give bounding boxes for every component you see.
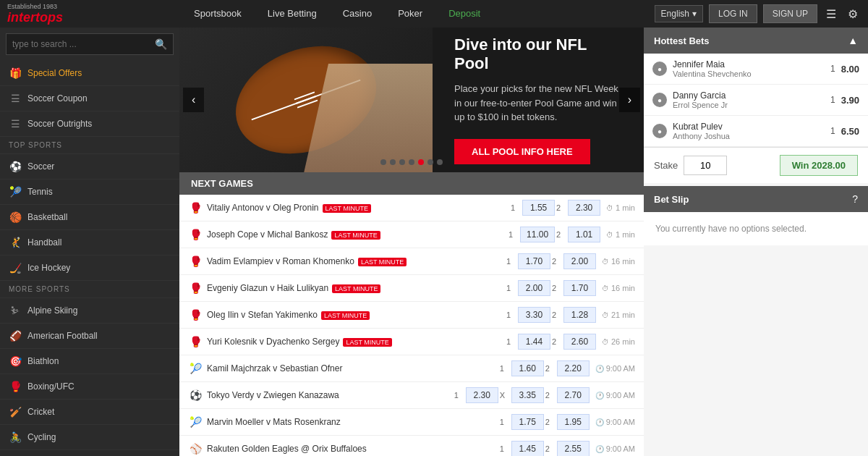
login-button[interactable]: LOG IN	[709, 4, 757, 23]
banner-next-arrow[interactable]: ›	[619, 88, 640, 112]
odd-btn-1[interactable]: 11.00	[520, 227, 555, 242]
odd-btn-1[interactable]: 2.00	[518, 280, 550, 296]
odd-group-1: 1 2.00	[506, 280, 550, 296]
odd-btn-2[interactable]: 2.30	[568, 200, 600, 216]
sidebar-item-ice-hockey[interactable]: 🏒Ice Hockey	[0, 256, 179, 281]
game-time: ⏱ 1 min	[606, 230, 635, 239]
odd-btn-1[interactable]: 2.30	[466, 387, 498, 403]
sidebar-item-cricket[interactable]: 🏏Cricket	[0, 400, 179, 425]
stake-label: Stake	[654, 160, 678, 171]
sidebar-item-special-offers[interactable]: 🎁 Special Offers	[0, 61, 179, 86]
nav-link-live-betting[interactable]: Live Betting	[255, 0, 330, 28]
stake-input[interactable]	[684, 156, 727, 175]
odd-btn-1[interactable]: 1.60	[511, 360, 544, 376]
sport-icon: 🏒	[9, 262, 22, 274]
banner: ‹ Dive into our NFL Pool Place your pick…	[179, 28, 644, 172]
odd-btn-1[interactable]: 1.75	[511, 414, 544, 430]
odd-btn-2[interactable]: 2.00	[563, 253, 596, 269]
banner-title: Dive into our NFL Pool	[454, 35, 622, 73]
odd-group-2: 2 2.00	[552, 253, 596, 269]
time-icon: ⏱	[602, 258, 609, 266]
language-button[interactable]: English ▾	[655, 5, 703, 22]
sport-icon: ⛷	[9, 305, 22, 316]
sidebar-item-soccer[interactable]: ⚽Soccer	[0, 154, 179, 180]
banner-dot-3[interactable]	[409, 159, 414, 165]
odd-btn-1[interactable]: 3.30	[518, 307, 550, 323]
odd-btn-1[interactable]: 1.70	[518, 253, 550, 269]
game-odds: 1 11.00 2 1.01	[509, 227, 600, 242]
sidebar-item-soccer-outrights[interactable]: ☰Soccer Outrights	[0, 111, 179, 137]
odd-group-x: X 3.35	[500, 387, 544, 403]
hot-bet-row: ● Jennifer Maia Valentina Shevchenko 1 8…	[644, 54, 868, 85]
odd-label-1: 1	[500, 364, 509, 373]
nav-link-casino[interactable]: Casino	[330, 0, 385, 28]
sport-label: Ice Hockey	[27, 263, 70, 273]
odd-btn-2[interactable]: 1.01	[568, 227, 600, 242]
banner-dot-2[interactable]	[399, 159, 405, 165]
banner-dots	[380, 159, 443, 165]
last-minute-badge: LAST MINUTE	[323, 204, 371, 213]
nav-link-deposit[interactable]: Deposit	[435, 0, 493, 28]
odd-btn-2[interactable]: 1.95	[557, 414, 590, 430]
odd-label-1: 1	[500, 418, 509, 426]
banner-cta-button[interactable]: ALL POOL INFO HERE	[454, 139, 590, 164]
sidebar-item-basketball[interactable]: 🏀Basketball	[0, 205, 179, 230]
sport-label: Soccer	[27, 161, 54, 172]
bet-num: 1	[830, 126, 835, 136]
sport-label: Cricket	[27, 407, 54, 417]
banner-dot-0[interactable]	[380, 159, 386, 165]
sidebar-item-boxing/ufc[interactable]: 🥊Boxing/UFC	[0, 374, 179, 400]
banner-dot-6[interactable]	[437, 159, 443, 165]
signup-button[interactable]: SIGN UP	[763, 4, 817, 23]
bet-player1: Danny Garcia	[673, 90, 825, 101]
odd-btn-2[interactable]: 2.70	[557, 387, 590, 403]
banner-dot-1[interactable]	[390, 159, 396, 165]
sidebar-item-american-football[interactable]: 🏈American Football	[0, 324, 179, 349]
search-input[interactable]	[7, 35, 149, 54]
odd-btn-2[interactable]: 2.60	[563, 334, 596, 350]
sport-icon: 🎾	[9, 186, 22, 198]
nav-link-poker[interactable]: Poker	[385, 0, 435, 28]
odd-label-2: 2	[545, 391, 554, 400]
odd-group-2: 2 2.20	[545, 360, 590, 376]
sport-icon: ⚽	[9, 161, 22, 172]
menu-icon[interactable]: ☰	[823, 4, 839, 24]
odd-btn-1[interactable]: 1.45	[511, 441, 544, 456]
sidebar-item-darts[interactable]: 🎯Darts	[0, 450, 179, 456]
odd-label-2: 2	[545, 364, 554, 373]
nav-link-sportsbook[interactable]: Sportsbook	[181, 0, 255, 28]
bet-names: Danny Garcia Errol Spence Jr	[673, 90, 825, 109]
banner-dot-5[interactable]	[427, 159, 433, 165]
odd-btn-2[interactable]: 2.20	[557, 360, 590, 376]
bet-slip-empty: You currently have no options selected.	[644, 212, 868, 245]
search-button[interactable]: 🔍	[149, 34, 173, 54]
odd-btn-x[interactable]: 3.35	[511, 387, 544, 403]
last-minute-badge: LAST MINUTE	[332, 284, 380, 293]
sidebar-item-biathlon[interactable]: 🎯Biathlon	[0, 349, 179, 374]
game-name: Yuri Kolesnik v Dyachenko SergeyLAST MIN…	[207, 337, 506, 347]
sidebar-item-soccer-coupon[interactable]: ☰Soccer Coupon	[0, 86, 179, 111]
sidebar-item-cycling[interactable]: 🚴Cycling	[0, 425, 179, 450]
odd-label-2: 2	[552, 337, 561, 346]
game-row: 🎾 Kamil Majchrzak v Sebastian Ofner 1 1.…	[179, 355, 644, 382]
bet-icon: ●	[652, 124, 667, 138]
sidebar-item-tennis[interactable]: 🎾Tennis	[0, 180, 179, 205]
menu-icon: ☰	[9, 118, 22, 130]
sidebar-item-handball[interactable]: 🤾Handball	[0, 230, 179, 256]
settings-icon[interactable]: ⚙	[845, 4, 861, 24]
collapse-button[interactable]: ▲	[848, 35, 858, 46]
sport-icon: 🥊	[188, 256, 203, 267]
bet-slip-help-button[interactable]: ?	[852, 193, 858, 205]
odd-btn-2[interactable]: 1.70	[563, 280, 596, 296]
win-button[interactable]: Win 2028.00	[780, 155, 858, 176]
odd-btn-1[interactable]: 1.44	[518, 334, 550, 350]
odd-btn-1[interactable]: 1.55	[522, 200, 555, 216]
banner-dot-4[interactable]	[418, 159, 424, 165]
odd-btn-2[interactable]: 1.28	[563, 307, 596, 323]
time-icon: 🕐	[595, 418, 604, 426]
sidebar-item-alpine-skiing[interactable]: ⛷Alpine Skiing	[0, 298, 179, 324]
odd-btn-2[interactable]: 2.55	[557, 441, 590, 456]
banner-prev-arrow[interactable]: ‹	[183, 88, 204, 112]
bet-player2: Anthony Joshua	[673, 132, 825, 140]
bet-slip-header: Bet Slip ?	[644, 186, 868, 212]
